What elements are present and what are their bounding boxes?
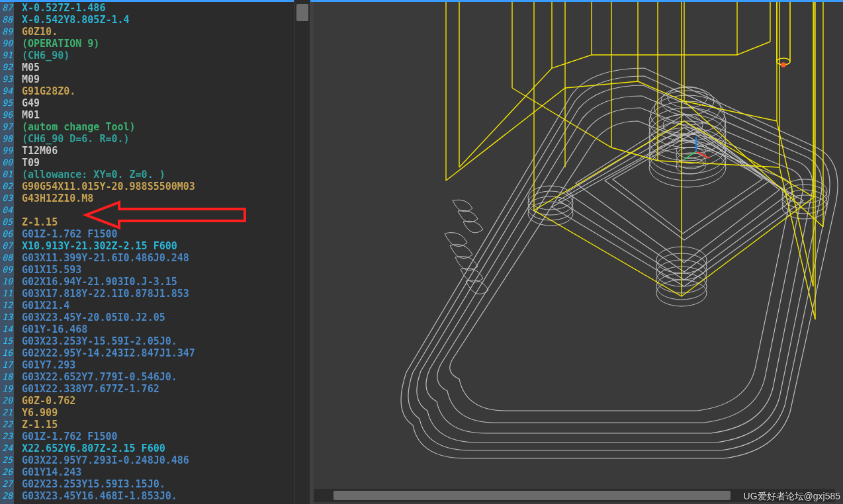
code-line[interactable]: T12M06 bbox=[14, 145, 310, 157]
code-line[interactable] bbox=[14, 204, 310, 216]
h-scroll-thumb[interactable] bbox=[333, 491, 731, 500]
code-line[interactable]: G01X22.338Y7.677Z-1.762 bbox=[14, 383, 310, 395]
line-number: 88 bbox=[0, 14, 14, 26]
line-number: 03 bbox=[0, 192, 14, 204]
line-number: 96 bbox=[0, 109, 14, 121]
code-line[interactable]: G91G28Z0. bbox=[14, 85, 310, 97]
line-number-gutter: 8788899091929394959697989900010203040506… bbox=[0, 2, 14, 504]
line-number: 97 bbox=[0, 121, 14, 133]
line-number: 21 bbox=[0, 407, 14, 419]
line-number: 19 bbox=[0, 383, 14, 395]
code-line[interactable]: G49 bbox=[14, 97, 310, 109]
code-content[interactable]: X-0.527Z-1.486X-0.542Y8.805Z-1.4G0Z10.(O… bbox=[14, 2, 310, 504]
line-number: 16 bbox=[0, 347, 14, 359]
line-number: 11 bbox=[0, 288, 14, 300]
line-number: 90 bbox=[0, 38, 14, 50]
code-line[interactable]: G03X23.45Y16.468I-1.853J0. bbox=[14, 490, 310, 502]
line-number: 06 bbox=[0, 228, 14, 240]
code-line[interactable]: (CH6_90) bbox=[14, 50, 310, 62]
code-line[interactable]: G01X15.593 bbox=[14, 264, 310, 276]
line-number: 05 bbox=[0, 216, 14, 228]
code-line[interactable]: M09 bbox=[14, 73, 310, 85]
line-number: 07 bbox=[0, 240, 14, 252]
line-number: 92 bbox=[0, 62, 14, 73]
code-line[interactable]: G01Y7.293 bbox=[14, 359, 310, 371]
code-line[interactable]: (autom change Tool) bbox=[14, 121, 310, 133]
code-line[interactable]: (OPERATION 9) bbox=[14, 38, 310, 50]
line-number: 22 bbox=[0, 419, 14, 431]
line-number: 91 bbox=[0, 50, 14, 62]
code-line[interactable]: M05 bbox=[14, 62, 310, 73]
code-line[interactable]: X-0.527Z-1.486 bbox=[14, 2, 310, 14]
editor-vertical-scrollbar[interactable] bbox=[294, 0, 310, 504]
line-number: 98 bbox=[0, 133, 14, 145]
code-line[interactable]: G0Z-0.762 bbox=[14, 395, 310, 407]
code-line[interactable]: Z-1.15 bbox=[14, 216, 310, 228]
code-line[interactable]: G01Z-1.762 F1500 bbox=[14, 431, 310, 442]
code-line[interactable]: G03X22.95Y7.293I-0.248J0.486 bbox=[14, 454, 310, 466]
code-line[interactable]: G43H12Z10.M8 bbox=[14, 192, 310, 204]
code-line[interactable]: G03X17.818Y-22.1I0.878J1.853 bbox=[14, 288, 310, 300]
code-line[interactable]: (allowance: XY=0. Z=0. ) bbox=[14, 169, 310, 181]
line-number: 87 bbox=[0, 2, 14, 14]
line-number: 14 bbox=[0, 323, 14, 335]
code-line[interactable]: X22.652Y6.807Z-2.15 F600 bbox=[14, 442, 310, 454]
line-number: 93 bbox=[0, 73, 14, 85]
code-line[interactable]: Z-1.15 bbox=[14, 419, 310, 431]
line-number: 02 bbox=[0, 181, 14, 192]
line-number: 15 bbox=[0, 335, 14, 347]
code-line[interactable]: G01Y-16.468 bbox=[14, 323, 310, 335]
line-number: 26 bbox=[0, 466, 14, 478]
code-line[interactable]: G02X23.253Y15.59I3.15J0. bbox=[14, 478, 310, 490]
line-number: 95 bbox=[0, 97, 14, 109]
svg-point-25 bbox=[528, 186, 573, 210]
line-number: 04 bbox=[0, 204, 14, 216]
line-number: 24 bbox=[0, 442, 14, 454]
code-line[interactable]: M01 bbox=[14, 109, 310, 121]
toolpath-wireframe bbox=[314, 2, 843, 504]
svg-point-24 bbox=[528, 191, 573, 215]
code-line[interactable]: G0Z10. bbox=[14, 26, 310, 38]
line-number: 13 bbox=[0, 312, 14, 323]
code-line[interactable]: T09 bbox=[14, 157, 310, 169]
code-line[interactable]: X10.913Y-21.302Z-2.15 F600 bbox=[14, 240, 310, 252]
code-line[interactable]: (CH6_90 D=6. R=0.) bbox=[14, 133, 310, 145]
line-number: 94 bbox=[0, 85, 14, 97]
code-line[interactable]: G03X11.399Y-21.6I0.486J0.248 bbox=[14, 252, 310, 264]
code-line[interactable]: G90G54X11.015Y-20.988S5500M03 bbox=[14, 181, 310, 192]
line-number: 09 bbox=[0, 264, 14, 276]
line-number: 18 bbox=[0, 371, 14, 383]
line-number: 20 bbox=[0, 395, 14, 407]
code-line[interactable]: G03X23.253Y-15.59I-2.05J0. bbox=[14, 335, 310, 347]
code-line[interactable]: G01Z-1.762 F1500 bbox=[14, 228, 310, 240]
gcode-editor[interactable]: 8788899091929394959697989900010203040506… bbox=[0, 2, 310, 504]
line-number: 00 bbox=[0, 157, 14, 169]
line-number: 89 bbox=[0, 26, 14, 38]
line-number: 08 bbox=[0, 252, 14, 264]
code-line[interactable]: G02X22.95Y-14.243I2.847J1.347 bbox=[14, 347, 310, 359]
code-line[interactable]: G02X16.94Y-21.903I0.J-3.15 bbox=[14, 276, 310, 288]
scroll-thumb[interactable] bbox=[296, 4, 308, 21]
line-number: 27 bbox=[0, 478, 14, 490]
line-number: 10 bbox=[0, 276, 14, 288]
line-number: 12 bbox=[0, 300, 14, 312]
3d-toolpath-viewport[interactable] bbox=[314, 2, 843, 504]
line-number: 17 bbox=[0, 359, 14, 371]
svg-point-54 bbox=[781, 63, 785, 67]
watermark-text: UG爱好者论坛@gxj585 bbox=[744, 491, 840, 503]
line-number: 23 bbox=[0, 431, 14, 442]
code-line[interactable]: G03X22.652Y7.779I-0.546J0. bbox=[14, 371, 310, 383]
line-number: 28 bbox=[0, 490, 14, 502]
code-line[interactable]: G03X23.45Y-20.05I0.J2.05 bbox=[14, 312, 310, 323]
line-number: 25 bbox=[0, 454, 14, 466]
axis-triad-icon bbox=[684, 137, 709, 159]
line-number: 99 bbox=[0, 145, 14, 157]
line-number: 01 bbox=[0, 169, 14, 181]
code-line[interactable]: G01X21.4 bbox=[14, 300, 310, 312]
code-line[interactable]: Y6.909 bbox=[14, 407, 310, 419]
code-line[interactable]: X-0.542Y8.805Z-1.4 bbox=[14, 14, 310, 26]
code-line[interactable]: G01Y14.243 bbox=[14, 466, 310, 478]
